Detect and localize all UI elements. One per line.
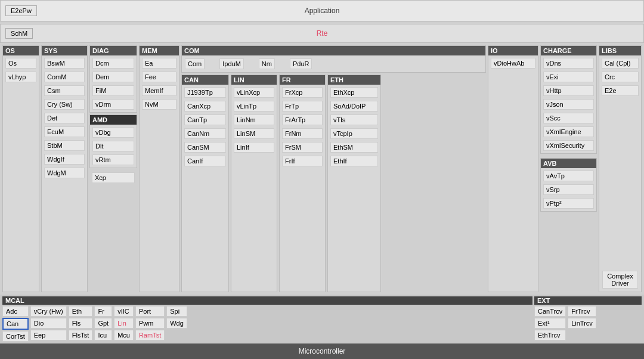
mcal-item-wdg[interactable]: Wdg [166, 318, 187, 329]
fr-item-frartp[interactable]: FrArTp [282, 114, 323, 125]
diag-header: DIAG [90, 46, 137, 55]
can-item-cantp[interactable]: CanTp [184, 114, 226, 125]
ext-item-ethtrcv[interactable]: EthTrcv [534, 330, 566, 341]
mcal-item-ramtst[interactable]: RamTst [135, 330, 165, 341]
ext-item-lintrcv[interactable]: LinTrcv [568, 318, 596, 329]
libs-item-crc[interactable]: Crc [602, 72, 639, 82]
sys-item-ecum[interactable]: EcuM [44, 126, 85, 137]
io-item-vdiohwab[interactable]: vDioHwAb [491, 58, 535, 69]
fr-item-frnm[interactable]: FrNm [282, 128, 323, 139]
fr-item-frxcp[interactable]: FrXcp [282, 87, 323, 98]
sys-item-bswm[interactable]: BswM [44, 58, 85, 69]
diag-item-vdrm[interactable]: vDrm [92, 99, 134, 110]
mcal-item-viic[interactable]: vIIC [114, 306, 134, 317]
mcal-item-fr[interactable]: Fr [94, 306, 112, 317]
mem-item-nvm[interactable]: NvM [142, 99, 177, 110]
com-item-pdur[interactable]: PduR [290, 58, 312, 69]
com-item-nm[interactable]: Nm [259, 58, 275, 69]
fr-item-frif[interactable]: FrIf [282, 156, 323, 166]
can-header: CAN [182, 75, 228, 85]
charge-item-vdns[interactable]: vDns [543, 58, 594, 69]
mcal-item-eep[interactable]: Eep [30, 330, 67, 341]
avb-item-vavtp[interactable]: vAvTp [543, 171, 594, 181]
diag-item-dem[interactable]: Dem [92, 72, 134, 82]
mcal-item-vcry[interactable]: vCry (Hw) [30, 306, 67, 317]
eth-item-ethsm[interactable]: EthSM [330, 142, 378, 153]
avb-item-vptp[interactable]: vPtp² [543, 198, 594, 209]
fr-item-frsm[interactable]: FrSM [282, 142, 323, 153]
sys-item-stbm[interactable]: StbM [44, 140, 85, 151]
libs-header: LIBS [599, 46, 641, 55]
charge-item-vhttp[interactable]: vHttp [543, 85, 594, 96]
sys-item-cry[interactable]: Cry (Sw) [44, 99, 85, 110]
ext-item-cantrcv[interactable]: CanTrcv [534, 306, 566, 317]
mcal-item-spi[interactable]: Spi [166, 306, 187, 317]
can-item-cannn[interactable]: CanNm [184, 128, 226, 139]
os-item-vlhyp[interactable]: vLhyp [5, 72, 36, 82]
sys-item-wdgif[interactable]: WdgIf [44, 154, 85, 165]
sys-item-det[interactable]: Det [44, 113, 85, 123]
lin-item-linif[interactable]: LinIf [234, 142, 274, 153]
ext-col2: FrTrcv LinTrcv [568, 306, 596, 341]
sys-item-wdgm[interactable]: WdgM [44, 168, 85, 178]
mcal-item-icu[interactable]: Icu [94, 330, 112, 341]
mcal-item-gpt[interactable]: Gpt [94, 318, 112, 329]
mcal-item-lin[interactable]: Lin [114, 318, 134, 329]
sys-item-comm[interactable]: ComM [44, 72, 85, 82]
mcal-col4: Fr Gpt Icu [94, 306, 112, 342]
lin-item-linsm[interactable]: LinSM [234, 128, 274, 139]
eth-item-ethif[interactable]: EthIf [330, 156, 378, 166]
eth-item-vtcpip[interactable]: vTcpIp [330, 128, 378, 139]
ext-item-ext1[interactable]: Ext¹ [534, 318, 566, 329]
charge-item-vxmlengine[interactable]: vXmlEngine [543, 126, 594, 137]
fr-item-frtp[interactable]: FrTp [282, 101, 323, 112]
ext-header: EXT [534, 296, 642, 305]
com-item-ipdum[interactable]: IpduM [219, 58, 244, 69]
can-item-j1939tp[interactable]: J1939Tp [184, 87, 226, 98]
can-item-canif[interactable]: CanIf [184, 156, 226, 166]
mcal-item-can[interactable]: Can [2, 318, 29, 330]
mcal-item-mcu[interactable]: Mcu [114, 330, 134, 341]
mem-item-memif[interactable]: MemIf [142, 85, 177, 96]
lin-item-vlinxcp[interactable]: vLinXcp [234, 87, 274, 98]
mem-item-fee[interactable]: Fee [142, 72, 177, 82]
charge-item-vjson[interactable]: vJson [543, 99, 594, 110]
amd-body: vDbg Dlt vRtm [90, 125, 137, 168]
mcal-item-fls[interactable]: Fls [69, 318, 93, 329]
mcal-item-cortst[interactable]: CorTst [2, 331, 29, 342]
eth-item-soad[interactable]: SoAd/DoIP [330, 101, 378, 112]
mcal-header: MCAL [2, 296, 532, 305]
charge-item-vxmlsecurity[interactable]: vXmlSecurity [543, 140, 594, 151]
can-item-cansm[interactable]: CanSM [184, 142, 226, 153]
amd-item-vrtm[interactable]: vRtm [92, 154, 134, 165]
mcal-item-flstst[interactable]: FlsTst [69, 330, 93, 341]
libs-item-cal[interactable]: Cal (Cpl) [602, 58, 639, 69]
libs-body: Cal (Cpl) Crc E2e [599, 55, 641, 98]
can-item-canxcp[interactable]: CanXcp [184, 101, 226, 112]
libs-item-e2e[interactable]: E2e [602, 85, 639, 96]
mcal-item-eth[interactable]: Eth [69, 306, 93, 317]
mcal-item-dio[interactable]: Dio [30, 318, 67, 329]
sys-item-csm[interactable]: Csm [44, 85, 85, 96]
mcal-item-adc[interactable]: Adc [2, 306, 29, 317]
charge-item-vscc[interactable]: vScc [543, 113, 594, 123]
lin-item-linnm[interactable]: LinNm [234, 114, 274, 125]
xcp-item[interactable]: Xcp [92, 172, 135, 183]
diag-item-dcm[interactable]: Dcm [92, 58, 134, 69]
eth-item-ethxcp[interactable]: EthXcp [330, 87, 378, 98]
avb-item-vsrp[interactable]: vSrp [543, 184, 594, 195]
amd-item-vdbg[interactable]: vDbg [92, 127, 134, 138]
eth-item-vtls[interactable]: vTls [330, 114, 378, 125]
amd-item-dlt[interactable]: Dlt [92, 141, 134, 151]
mcal-item-port[interactable]: Port [135, 306, 165, 317]
mcal-item-pwm[interactable]: Pwm [135, 318, 165, 329]
can-panel: CAN J1939Tp CanXcp CanTp CanNm CanSM Can… [181, 75, 229, 292]
os-item-os[interactable]: Os [5, 58, 36, 69]
ext-item-frtrcv[interactable]: FrTrcv [568, 306, 596, 317]
mem-item-ea[interactable]: Ea [142, 58, 177, 69]
diag-item-fim[interactable]: FiM [92, 85, 134, 96]
com-item-com[interactable]: Com [185, 58, 205, 69]
charge-item-vexi[interactable]: vExi [543, 72, 594, 82]
lin-item-vlintp[interactable]: vLinTp [234, 101, 274, 112]
complex-driver-box[interactable]: ComplexDriver [602, 271, 638, 289]
